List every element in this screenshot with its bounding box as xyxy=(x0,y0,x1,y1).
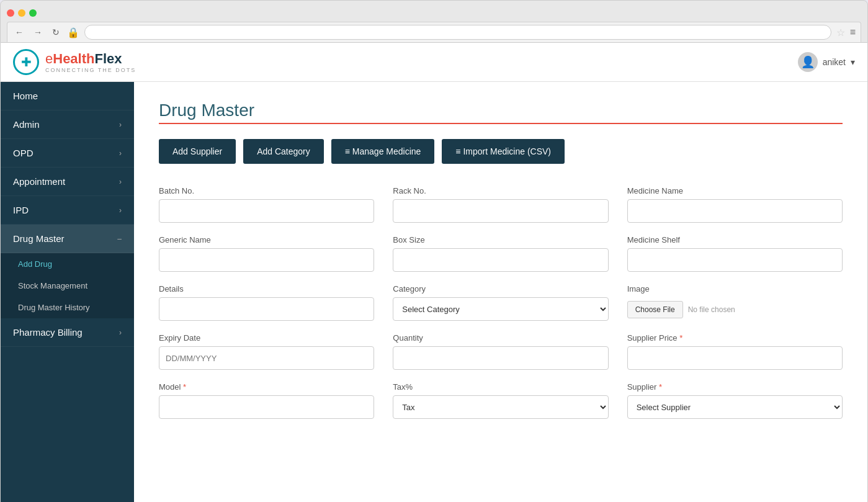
model-group: Model * xyxy=(159,382,374,419)
chevron-right-icon: › xyxy=(119,149,122,158)
chevron-right-icon: › xyxy=(119,177,122,186)
logo-icon: ✚ xyxy=(13,49,39,75)
logo-brand: eHealthFlex xyxy=(45,51,136,67)
details-label: Details xyxy=(159,284,374,294)
drug-master-submenu: Add Drug Stock Management Drug Master Hi… xyxy=(1,253,134,318)
sidebar-item-home[interactable]: Home xyxy=(1,82,134,110)
sidebar-opd-label: OPD xyxy=(13,148,34,158)
close-button[interactable] xyxy=(7,9,14,17)
import-medicine-button[interactable]: ≡ Import Medicine (CSV) xyxy=(442,139,565,164)
choose-file-button[interactable]: Choose File xyxy=(627,301,683,318)
rack-no-group: Rack No. xyxy=(393,186,608,223)
image-label: Image xyxy=(627,284,843,294)
sidebar-appointment-label: Appointment xyxy=(13,176,65,187)
avatar: 👤 xyxy=(798,52,818,72)
expiry-date-input[interactable] xyxy=(159,346,374,370)
add-drug-label: Add Drug xyxy=(18,259,52,269)
sidebar-home-label: Home xyxy=(13,91,38,101)
stock-management-label: Stock Management xyxy=(18,281,87,290)
user-area: 👤 aniket ▾ xyxy=(798,52,855,72)
minimize-button[interactable] xyxy=(18,9,25,17)
supplier-label: Supplier * xyxy=(627,382,843,392)
medicine-name-input[interactable] xyxy=(627,199,843,223)
reload-button[interactable]: ↻ xyxy=(50,26,62,38)
action-buttons: Add Supplier Add Category ≡ Manage Medic… xyxy=(159,139,843,164)
sidebar: Home Admin › OPD › Appointment › IPD › D… xyxy=(1,82,134,502)
username: aniket xyxy=(823,57,846,67)
chevron-right-icon: › xyxy=(119,328,122,337)
generic-name-input[interactable] xyxy=(159,248,374,272)
chevron-right-icon: › xyxy=(119,206,122,215)
rack-no-label: Rack No. xyxy=(393,186,608,195)
rack-no-input[interactable] xyxy=(393,199,608,223)
sidebar-subitem-add-drug[interactable]: Add Drug xyxy=(1,253,134,275)
supplier-price-input[interactable] xyxy=(627,346,843,370)
supplier-select[interactable]: Select Supplier xyxy=(627,395,843,419)
quantity-label: Quantity xyxy=(393,333,608,343)
box-size-label: Box Size xyxy=(393,235,608,244)
category-select[interactable]: Select Category xyxy=(393,297,608,321)
generic-name-group: Generic Name xyxy=(159,235,374,272)
tax-label: Tax% xyxy=(393,382,608,392)
drug-master-history-label: Drug Master History xyxy=(18,303,90,312)
box-size-group: Box Size xyxy=(393,235,608,272)
required-marker: * xyxy=(679,333,682,343)
quantity-input[interactable] xyxy=(393,346,608,370)
maximize-button[interactable] xyxy=(29,9,37,17)
drug-form: Batch No. Rack No. Medicine Name Generic… xyxy=(159,186,843,419)
sidebar-item-drug-master[interactable]: Drug Master – xyxy=(1,225,134,253)
forward-button[interactable]: → xyxy=(31,26,45,38)
generic-name-label: Generic Name xyxy=(159,235,374,244)
required-marker: * xyxy=(183,382,186,392)
model-label: Model * xyxy=(159,382,374,392)
expiry-date-label: Expiry Date xyxy=(159,333,374,343)
sidebar-item-pharmacy-billing[interactable]: Pharmacy Billing › xyxy=(1,318,134,347)
medicine-shelf-label: Medicine Shelf xyxy=(627,235,843,244)
sidebar-subitem-drug-master-history[interactable]: Drug Master History xyxy=(1,297,134,318)
add-supplier-button[interactable]: Add Supplier xyxy=(159,139,236,164)
details-group: Details xyxy=(159,284,374,321)
tax-group: Tax% Tax xyxy=(393,382,608,419)
quantity-group: Quantity xyxy=(393,333,608,370)
logo-area: ✚ eHealthFlex CONNECTING THE DOTS xyxy=(13,49,136,75)
sidebar-drug-master-label: Drug Master xyxy=(13,233,65,244)
batch-no-input[interactable] xyxy=(159,199,374,223)
sidebar-item-admin[interactable]: Admin › xyxy=(1,110,134,139)
sidebar-item-opd[interactable]: OPD › xyxy=(1,139,134,168)
chevron-down-icon: – xyxy=(117,235,122,243)
app-header: ✚ eHealthFlex CONNECTING THE DOTS 👤 anik… xyxy=(1,43,867,82)
page-title: Drug Master xyxy=(159,101,843,120)
details-input[interactable] xyxy=(159,297,374,321)
title-divider xyxy=(159,123,843,124)
sidebar-item-appointment[interactable]: Appointment › xyxy=(1,168,134,196)
sidebar-admin-label: Admin xyxy=(13,119,40,130)
required-marker: * xyxy=(659,382,662,392)
tax-select[interactable]: Tax xyxy=(393,395,608,419)
medicine-name-group: Medicine Name xyxy=(627,186,843,223)
manage-medicine-button[interactable]: ≡ Manage Medicine xyxy=(331,139,435,164)
back-button[interactable]: ← xyxy=(12,26,26,38)
logo-text: eHealthFlex CONNECTING THE DOTS xyxy=(45,51,136,73)
medicine-name-label: Medicine Name xyxy=(627,186,843,195)
main-content: Drug Master Add Supplier Add Category ≡ … xyxy=(134,82,867,502)
model-input[interactable] xyxy=(159,395,374,419)
box-size-input[interactable] xyxy=(393,248,608,272)
menu-icon: ≡ xyxy=(850,27,856,38)
sidebar-pharmacy-label: Pharmacy Billing xyxy=(13,327,83,338)
add-category-button[interactable]: Add Category xyxy=(243,139,324,164)
category-group: Category Select Category xyxy=(393,284,608,321)
medicine-shelf-input[interactable] xyxy=(627,248,843,272)
chevron-right-icon: › xyxy=(119,120,122,129)
supplier-price-group: Supplier Price * xyxy=(627,333,843,370)
sidebar-item-ipd[interactable]: IPD › xyxy=(1,196,134,225)
supplier-price-label: Supplier Price * xyxy=(627,333,843,343)
batch-no-group: Batch No. xyxy=(159,186,374,223)
expiry-date-group: Expiry Date xyxy=(159,333,374,370)
user-dropdown-icon[interactable]: ▾ xyxy=(851,57,855,67)
address-bar[interactable] xyxy=(84,25,831,40)
bookmark-icon: ☆ xyxy=(836,27,845,38)
sidebar-subitem-stock-management[interactable]: Stock Management xyxy=(1,275,134,297)
lock-icon: 🔒 xyxy=(67,27,79,38)
supplier-group: Supplier * Select Supplier xyxy=(627,382,843,419)
no-file-hint: No file chosen xyxy=(688,305,735,314)
